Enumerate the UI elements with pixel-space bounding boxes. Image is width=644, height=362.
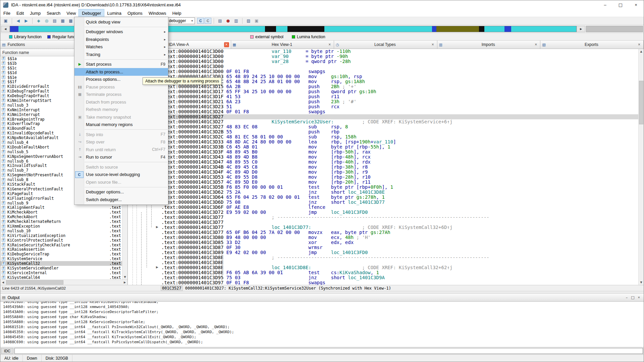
disasm-line[interactable]: .text:00000001401C3D00 var_90 = byte ptr… bbox=[161, 54, 638, 59]
function-row[interactable]: fKiRaiseSecurityCheckFailure.text bbox=[0, 243, 127, 247]
minimize-button[interactable]: – bbox=[597, 0, 613, 9]
disasm-line[interactable]: .text:00000001401C3D00 var_28 = qword pt… bbox=[161, 59, 638, 64]
disasm-line[interactable]: .text:00000001401C3D27 48 83 EC 08 sub r… bbox=[161, 124, 638, 129]
snapshot-icon[interactable]: ▣ bbox=[253, 17, 260, 24]
close-imports-icon[interactable]: × bbox=[533, 42, 538, 47]
functions-horizontal-scrollbar[interactable]: ◀ ▶ bbox=[0, 280, 127, 285]
menu-help[interactable]: Help bbox=[169, 9, 184, 17]
menu-windows[interactable]: Windows bbox=[146, 9, 169, 17]
disasm-line[interactable]: .text:00000001401C3D97 0F 01 F8 swapgs bbox=[161, 280, 638, 285]
scrollbar-thumb[interactable] bbox=[6, 280, 63, 285]
disasm-line[interactable]: .text:00000001401C3D77 65 0F B6 04 25 7A… bbox=[161, 230, 638, 235]
output-maximize-button[interactable]: □ bbox=[631, 295, 634, 300]
disasm-line[interactable]: .text:00000001401C3D3F 48 89 45 B0 mov [… bbox=[161, 149, 638, 155]
output-title-bar[interactable]: ▤ Output – □ × bbox=[0, 294, 644, 302]
menu-item-step-over[interactable]: ↪Step overF8 bbox=[74, 138, 168, 146]
scrollbar-thumb[interactable] bbox=[639, 81, 643, 124]
function-row[interactable]: fnullsub_10.text bbox=[0, 229, 127, 233]
disasm-line[interactable]: .text:00000001401C3D85 33 D2 xor edx, ed… bbox=[161, 240, 638, 245]
segments-icon[interactable]: ▩ bbox=[67, 17, 74, 24]
menu-edit[interactable]: Edit bbox=[13, 9, 27, 17]
disasm-line[interactable]: .text:00000001401C3D24 0F 01 F8 swapgs bbox=[161, 109, 638, 114]
function-row[interactable]: fKiSystemService.text bbox=[0, 256, 127, 261]
menu-search[interactable]: Search bbox=[44, 9, 63, 17]
disasm-line[interactable]: .text:00000001401C3D8E bbox=[161, 260, 638, 265]
disasm-line[interactable]: .text:00000001401C3D17 65 FF 34 25 10 00… bbox=[161, 89, 638, 94]
disasm-line[interactable]: .text:00000001401C3D47 48 89 55 C0 mov [… bbox=[161, 160, 638, 165]
breakpoints-icon[interactable]: ● bbox=[224, 17, 232, 24]
menu-item-manual-memory-regions[interactable]: Manual memory regions bbox=[74, 121, 168, 129]
idc-language-button[interactable]: IDC bbox=[1, 348, 13, 354]
disasm-line[interactable]: .text:00000001401C3D89 E9 42 02 00 00 jm… bbox=[161, 250, 638, 255]
function-row[interactable]: fKiAlignmentFault.text bbox=[0, 205, 127, 210]
menu-item-attach-to-process[interactable]: Attach to process... bbox=[74, 68, 168, 76]
disasm-line[interactable]: .text:00000001401C3D87 0F 30 wrmsr bbox=[161, 245, 638, 250]
jump-address-icon[interactable]: ◈ bbox=[35, 17, 42, 24]
disasm-line[interactable]: .text:00000001401C3D77 ; ---------------… bbox=[161, 215, 638, 220]
nav-forward-icon[interactable]: ▶ bbox=[22, 17, 30, 24]
navband-scroll-left-button[interactable]: ◀ bbox=[1, 26, 10, 32]
tracing-icon[interactable]: ▨ bbox=[245, 17, 252, 24]
disasm-line[interactable]: .text:00000001401C3D43 48 89 4D B8 mov [… bbox=[161, 155, 638, 160]
function-row[interactable]: fKxMcheckAlternateReturn.text bbox=[0, 219, 127, 224]
function-row[interactable]: fKiServiceInternal.text bbox=[0, 270, 127, 275]
menu-item-switch-to-source[interactable]: Switch to source bbox=[74, 163, 168, 171]
menu-item-open-source-file[interactable]: Open source file... bbox=[74, 178, 168, 186]
disasm-line[interactable]: .text:00000001401C3D6D 75 08 jnz short l… bbox=[161, 200, 638, 205]
output-splitter[interactable] bbox=[0, 291, 644, 294]
disasm-line[interactable]: .text:00000001401C3D62 75 2A jnz short l… bbox=[161, 190, 638, 195]
menu-lumina[interactable]: Lumina bbox=[104, 9, 124, 17]
disasm-line[interactable]: .text:00000001401C3D03 65 48 89 24 25 10… bbox=[161, 74, 638, 79]
close-exports-icon[interactable]: × bbox=[637, 42, 642, 47]
debugger-windows-icon[interactable]: ▤ bbox=[216, 17, 224, 24]
close-button[interactable]: × bbox=[628, 0, 644, 9]
source-view-icon[interactable]: C bbox=[205, 18, 211, 24]
disasm-line[interactable]: .text:00000001401C3D6F 0F AE E8 lfence bbox=[161, 205, 638, 210]
disasm-line[interactable]: .text:00000001401C3D3B C6 45 AB 01 mov b… bbox=[161, 144, 638, 149]
disasm-line[interactable]: .text:00000001401C3D2B 55 push rbp bbox=[161, 129, 638, 134]
menu-item-refresh-memory[interactable]: Refresh memory bbox=[74, 106, 168, 114]
disasm-line[interactable]: .text:00000001401C3D2C 48 81 EC 58 01 00… bbox=[161, 134, 638, 139]
function-row[interactable]: fKiControlProtectionFault.text bbox=[0, 238, 127, 243]
scroll-right-icon[interactable]: ▶ bbox=[122, 280, 127, 285]
disasm-line[interactable]: .text:00000001401C3D8E ; ---------------… bbox=[161, 255, 638, 260]
disasm-line[interactable]: .text:00000001401C3D72 E9 59 02 00 00 jm… bbox=[161, 210, 638, 215]
close-local-types-icon[interactable]: × bbox=[430, 42, 435, 47]
scroll-left-icon[interactable]: ◀ bbox=[0, 280, 6, 285]
enums-icon[interactable]: ▦ bbox=[59, 17, 66, 24]
source-debug-icon[interactable]: C bbox=[197, 18, 204, 24]
disasm-line[interactable]: .text:00000001401C3D4B 4C 89 45 C8 mov [… bbox=[161, 165, 638, 170]
scroll-up-icon[interactable]: ▲ bbox=[639, 49, 644, 54]
disasm-line[interactable]: .text:00000001401C3D21 6A 23 push 23h ; … bbox=[161, 99, 638, 104]
disasm-line[interactable]: .text:00000001401C3D4F 4C 89 4D D0 mov [… bbox=[161, 170, 638, 175]
function-row[interactable]: fKiXmmException.text bbox=[0, 224, 127, 229]
disasm-line[interactable]: .text:00000001401C3D8E loc_1401C3D8E: ; … bbox=[161, 265, 638, 270]
nav-back-icon[interactable]: ◀ bbox=[14, 17, 22, 24]
disasm-line[interactable]: .text:00000001401C3D00 0F 01 F8 swapgs bbox=[161, 69, 638, 74]
disasm-line[interactable]: .text:00000001401C3D80 B9 48 00 00 00 mo… bbox=[161, 235, 638, 240]
function-row[interactable]: fKiSystemCall64.text bbox=[0, 275, 127, 280]
disasm-line[interactable]: .text:00000001401C3D00 bbox=[161, 64, 638, 69]
disasm-line[interactable]: .text:00000001401C3D1F 41 53 push r11 bbox=[161, 94, 638, 99]
navband-scroll-right-button[interactable]: ▶ bbox=[577, 26, 585, 32]
menu-item-run-until-return[interactable]: ↑Run until returnCtrl+F7 bbox=[74, 146, 168, 154]
menu-item-use-source-level-debugging[interactable]: CUse source-level debugging bbox=[74, 171, 168, 179]
menu-jump[interactable]: Jump bbox=[27, 9, 44, 17]
menu-item-breakpoints[interactable]: Breakpoints▸ bbox=[74, 36, 168, 43]
menu-item-switch-debugger[interactable]: Switch debugger... bbox=[74, 196, 168, 203]
menu-item-run-to-cursor[interactable]: →Run to cursorF4 bbox=[74, 154, 168, 161]
disasm-line[interactable]: .text:00000001401C3D27 KiSystemService32… bbox=[161, 119, 638, 124]
disasm-line[interactable]: .text:00000001401C3D57 4C 89 5D E0 mov [… bbox=[161, 180, 638, 185]
menu-item-step-into[interactable]: ↓Step intoF7 bbox=[74, 131, 168, 138]
menu-options[interactable]: Options bbox=[124, 9, 146, 17]
function-row[interactable]: fKiMcheckAbort.text bbox=[0, 210, 127, 215]
menu-item-take-memory-snapshot[interactable]: ▣Take memory snapshot bbox=[74, 113, 168, 121]
function-row[interactable]: fKiSystemCall32.text bbox=[0, 261, 127, 266]
disasm-line[interactable]: .text:00000001401C3D0C 65 48 8B 24 25 A8… bbox=[161, 79, 638, 84]
menu-item-watches[interactable]: Watches▸ bbox=[74, 43, 168, 51]
function-row[interactable]: fKiDebugServiceTrap.text bbox=[0, 252, 127, 256]
tab-hex-view-1[interactable]: ▦Hex View-1× bbox=[231, 41, 334, 49]
scroll-down-icon[interactable]: ▼ bbox=[639, 280, 644, 285]
idc-input[interactable] bbox=[14, 348, 643, 354]
disasm-line[interactable]: .text:00000001401C3D53 4C 89 55 D8 mov [… bbox=[161, 175, 638, 180]
